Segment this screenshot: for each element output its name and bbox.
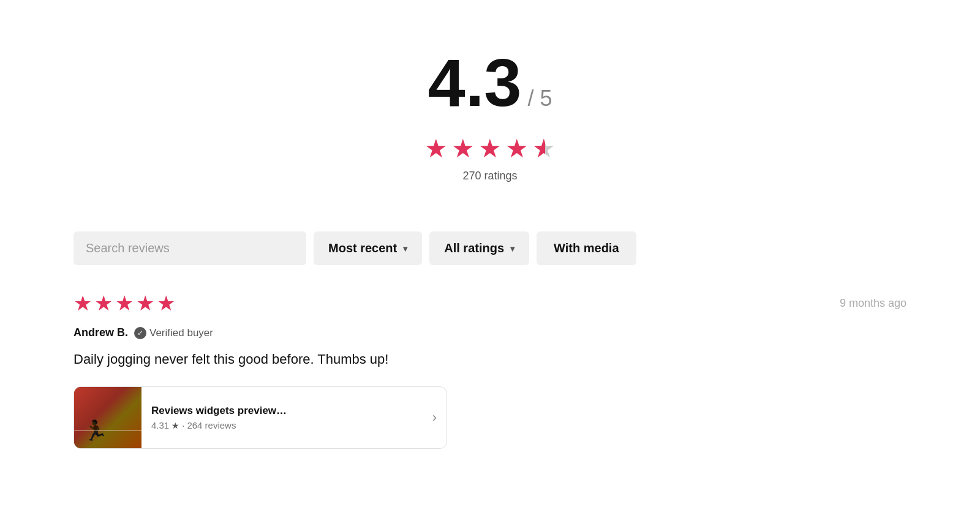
rating-chevron-icon: ▾ xyxy=(510,244,514,253)
filter-bar: Most recent ▾ All ratings ▾ With media xyxy=(74,231,907,265)
stars-display: ★ ★ ★ ★ ★ ★ xyxy=(74,133,907,163)
star-3: ★ xyxy=(478,133,502,163)
widget-chevron-icon: › xyxy=(432,410,447,426)
reviews-section: ★ ★ ★ ★ ★ 9 months ago Andrew B. ✓ Verif… xyxy=(74,291,907,449)
with-media-button[interactable]: With media xyxy=(537,231,636,265)
widget-meta: 4.31 ★ · 264 reviews xyxy=(151,420,423,430)
review-time: 9 months ago xyxy=(840,297,907,310)
reviewer-name: Andrew B. xyxy=(74,326,128,339)
rating-dropdown[interactable]: All ratings ▾ xyxy=(429,231,529,265)
review-star-1: ★ xyxy=(74,291,92,315)
ratings-count: 270 ratings xyxy=(74,170,907,182)
rating-label: All ratings xyxy=(444,241,504,255)
verified-checkmark-icon: ✓ xyxy=(134,327,146,339)
rating-out-of: / 5 xyxy=(527,86,552,111)
review-text: Daily jogging never felt this good befor… xyxy=(74,349,907,369)
widget-score: 4.31 xyxy=(151,420,169,430)
track-lines xyxy=(74,430,141,448)
search-input[interactable] xyxy=(74,231,306,265)
verified-badge: ✓ Verified buyer xyxy=(134,327,213,339)
widget-reviews-count: 264 reviews xyxy=(187,420,236,430)
review-star-3: ★ xyxy=(115,291,134,315)
star-5-half: ★ ★ xyxy=(532,133,556,163)
sort-dropdown[interactable]: Most recent ▾ xyxy=(314,231,422,265)
review-star-2: ★ xyxy=(94,291,113,315)
review-star-5: ★ xyxy=(157,291,175,315)
rating-score: 4.3 xyxy=(428,49,522,116)
verified-label: Verified buyer xyxy=(149,327,213,339)
sort-label: Most recent xyxy=(328,241,397,255)
widget-info: Reviews widgets preview… 4.31 ★ · 264 re… xyxy=(141,396,432,439)
widget-star-icon: ★ xyxy=(172,421,179,430)
widget-title: Reviews widgets preview… xyxy=(151,405,423,417)
widget-dot: · xyxy=(182,420,184,430)
rating-number: 4.3 / 5 xyxy=(428,49,552,116)
review-stars: ★ ★ ★ ★ ★ xyxy=(74,291,175,315)
review-item: ★ ★ ★ ★ ★ 9 months ago Andrew B. ✓ Verif… xyxy=(74,291,907,449)
with-media-label: With media xyxy=(554,241,619,255)
reviewer-info: Andrew B. ✓ Verified buyer xyxy=(74,326,907,339)
rating-summary: 4.3 / 5 ★ ★ ★ ★ ★ ★ 270 ratings xyxy=(74,24,907,201)
star-2: ★ xyxy=(451,133,475,163)
widget-preview-card[interactable]: 🏃 Reviews widgets preview… 4.31 ★ · 264 … xyxy=(74,386,447,449)
review-star-4: ★ xyxy=(136,291,154,315)
star-4: ★ xyxy=(505,133,529,163)
review-header: ★ ★ ★ ★ ★ 9 months ago xyxy=(74,291,907,315)
sort-chevron-icon: ▾ xyxy=(403,244,407,253)
widget-thumbnail: 🏃 xyxy=(74,387,141,448)
star-1: ★ xyxy=(424,133,448,163)
